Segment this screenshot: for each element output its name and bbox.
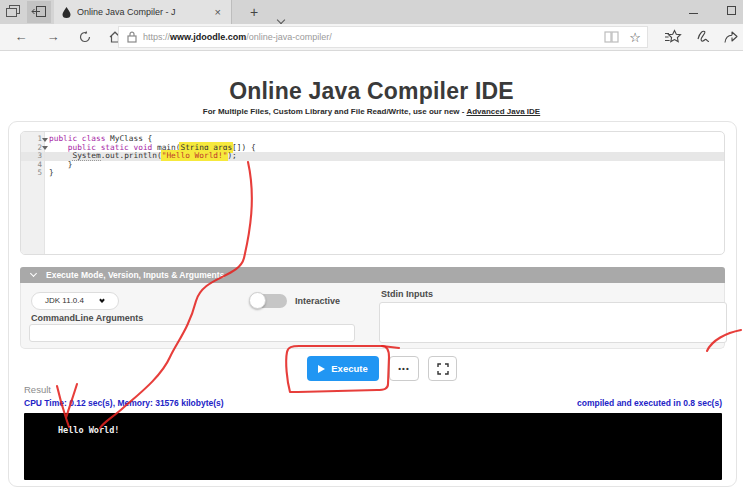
result-label: Result (24, 384, 51, 395)
execute-label: Execute (331, 363, 367, 374)
set-aside-tabs-icon[interactable] (27, 1, 51, 23)
code-line[interactable]: } (45, 161, 724, 170)
browser-tab[interactable]: Online Java Compiler - J × (54, 0, 232, 24)
page-title: Online Java Compiler IDE (0, 78, 743, 105)
gutter-line: 5 (21, 169, 44, 178)
stdin-textarea[interactable] (379, 302, 727, 343)
cpu-memory-stats: CPU Time: 0.12 sec(s), Memory: 31576 kil… (24, 398, 224, 408)
code-line[interactable]: System.out.println("Hello World!"); (45, 152, 724, 161)
tab-title: Online Java Compiler - J (77, 7, 205, 17)
console-output-text: Hello World! (58, 425, 119, 435)
select-chevron-icon (99, 297, 105, 303)
jdk-version-label: JDK 11.0.4 (45, 296, 84, 305)
section-header-label: Execute Mode, Version, Inputs & Argument… (46, 270, 224, 280)
tab-close-icon[interactable]: × (211, 5, 225, 20)
code-line[interactable]: } (45, 169, 724, 178)
jdoodle-favicon-icon (62, 7, 71, 18)
stdin-label: Stdin Inputs (381, 289, 433, 299)
jdk-version-select[interactable]: JDK 11.0.4 (31, 292, 119, 310)
forward-icon[interactable]: → (40, 27, 66, 47)
new-tab-button[interactable]: + (243, 3, 265, 21)
lock-icon (127, 31, 137, 43)
reading-view-icon[interactable] (604, 31, 619, 43)
url-text: https://www.jdoodle.com/online-java-comp… (143, 32, 604, 42)
more-options-button[interactable]: ••• (389, 356, 419, 381)
fullscreen-button[interactable] (428, 356, 457, 381)
tab-preview-icon[interactable] (5, 4, 23, 20)
browser-tab-strip: Online Java Compiler - J × + (0, 0, 743, 24)
refresh-icon[interactable] (72, 27, 98, 47)
page-content: Online Java Compiler IDE For Multiple Fi… (0, 51, 743, 490)
back-icon[interactable]: ← (8, 27, 34, 47)
favorite-star-icon[interactable]: ☆ (629, 31, 641, 44)
advanced-java-ide-link[interactable]: Advanced Java IDE (466, 107, 540, 116)
cmdline-label: CommandLine Arguments (31, 313, 143, 323)
compile-time-stats: compiled and executed in 0.8 sec(s) (577, 398, 722, 408)
execute-button[interactable]: Execute (307, 356, 379, 381)
web-notes-pen-icon[interactable] (690, 27, 716, 47)
window-maximize-button[interactable] (716, 0, 743, 22)
page-subtitle: For Multiple Files, Custom Library and F… (0, 107, 743, 116)
interactive-label: Interactive (295, 296, 340, 306)
hub-favorites-icon[interactable] (660, 27, 686, 47)
window-minimize-button[interactable] (678, 0, 708, 22)
cmdline-input[interactable] (29, 324, 355, 342)
execute-mode-section-header[interactable]: Execute Mode, Version, Inputs & Argument… (20, 267, 725, 283)
interactive-toggle[interactable] (251, 294, 287, 308)
collapse-chevron-icon (30, 270, 37, 277)
share-icon[interactable] (718, 27, 743, 47)
editor-code-area[interactable]: public class MyClass { public static voi… (45, 132, 724, 254)
browser-toolbar: ← → https://www.jdoodle.com/online-java-… (0, 24, 743, 51)
output-console[interactable]: Hello World! (24, 413, 722, 480)
play-icon (318, 365, 325, 373)
fullscreen-icon (437, 363, 449, 375)
settings-panel: JDK 11.0.4 Interactive CommandLine Argum… (20, 283, 725, 349)
editor-gutter: 12345 (21, 132, 45, 254)
address-bar[interactable]: https://www.jdoodle.com/online-java-comp… (118, 26, 648, 48)
toggle-knob (249, 292, 266, 309)
code-editor[interactable]: 12345 public class MyClass { public stat… (20, 131, 725, 255)
